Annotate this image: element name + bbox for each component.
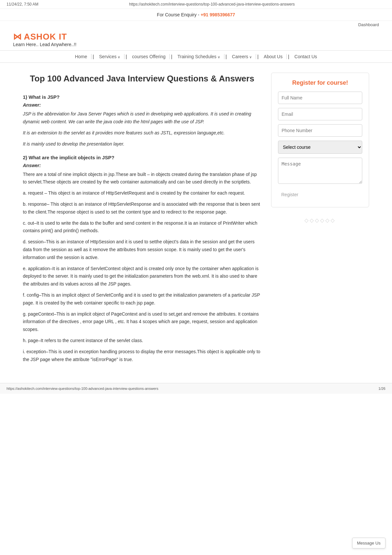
- register-card: Register for course! Select course Regis…: [271, 73, 369, 207]
- phone-input[interactable]: [278, 124, 362, 137]
- register-button[interactable]: Register: [278, 189, 362, 200]
- message-textarea[interactable]: [278, 158, 362, 184]
- enquiry-bar: For Course Enquiry - +91 9985396677: [0, 9, 392, 21]
- nav-services[interactable]: Services: [95, 54, 124, 59]
- question-1-text: 1) What is JSP?: [23, 94, 261, 100]
- footer-page: 1/26: [379, 387, 385, 390]
- enquiry-phone[interactable]: +91 9985396677: [201, 12, 235, 17]
- question-block-1: 1) What is JSP? Answer: JSP is the abbre…: [23, 94, 261, 148]
- answer-2-para-8: g. pageContext–This is an implicit objec…: [23, 310, 261, 334]
- course-select[interactable]: Select course: [278, 141, 362, 154]
- logo-icon: ⋈: [13, 32, 22, 42]
- nav-about[interactable]: About Us: [260, 54, 287, 59]
- footer-url: https://ashokitech.com/interview-questio…: [7, 387, 158, 390]
- answer-1-label: Answer:: [23, 102, 261, 108]
- register-title: Register for course!: [278, 79, 362, 86]
- nav-courses[interactable]: courses Offering: [128, 54, 170, 59]
- nav-home[interactable]: Home: [71, 54, 91, 59]
- full-name-input[interactable]: [278, 92, 362, 104]
- answer-2-para-4: c. out–It is used to write the data to t…: [23, 219, 261, 235]
- page-title: Top 100 Advanced Java Interview Question…: [23, 73, 261, 84]
- url-display: https://ashokitech.com/interview-questio…: [129, 2, 295, 7]
- logo-title: ⋈ ASHOK IT: [13, 32, 76, 42]
- site-header: ⋈ ASHOK IT Learn Here.. Lead Anywhere..!…: [0, 28, 392, 50]
- logo-text: ASHOK IT: [24, 32, 67, 42]
- footer-bar: https://ashokitech.com/interview-questio…: [0, 383, 392, 394]
- nav-training[interactable]: Training Schedules: [173, 54, 224, 59]
- sidebar-dots: ◇◇◇◇◇◇: [271, 217, 369, 223]
- answer-2-para-6: e. application–It is an instance of Serv…: [23, 265, 261, 288]
- question-2-text: 2) What are the implicit objects in JSP?: [23, 155, 261, 160]
- logo-subtitle: Learn Here.. Lead Anywhere..!!: [13, 42, 76, 47]
- timestamp: 11/24/22, 7:50 AM: [7, 2, 38, 7]
- nav-contact[interactable]: Contact Us: [290, 54, 321, 59]
- content-area: Top 100 Advanced Java Interview Question…: [23, 73, 261, 370]
- dashboard-link[interactable]: Dashboard: [358, 22, 379, 27]
- question-block-2: 2) What are the implicit objects in JSP?…: [23, 155, 261, 364]
- answer-1-para-3: It is mainly used to develop the present…: [23, 140, 261, 148]
- dashboard-bar: Dashboard: [0, 21, 392, 28]
- answer-1-para-1: JSP is the abbreviation for Java Server …: [23, 110, 261, 126]
- sidebar: Register for course! Select course Regis…: [271, 73, 369, 370]
- enquiry-label: For Course Enquiry -: [157, 12, 199, 17]
- logo-area: ⋈ ASHOK IT Learn Here.. Lead Anywhere..!…: [13, 32, 76, 47]
- email-input[interactable]: [278, 108, 362, 120]
- answer-2-para-5: d. session–This is an instance of HttpSe…: [23, 238, 261, 261]
- answer-2-para-9: h. page–It refers to the current instanc…: [23, 337, 261, 345]
- answer-2-para-10: i. exception–This is used in exception h…: [23, 348, 261, 364]
- main-wrapper: Top 100 Advanced Java Interview Question…: [16, 73, 376, 370]
- answer-2-para-7: f. config–This is an implicit object of …: [23, 291, 261, 307]
- top-bar: 11/24/22, 7:50 AM https://ashokitech.com…: [0, 0, 392, 9]
- answer-2-label: Answer:: [23, 163, 261, 168]
- answer-2-para-3: b. response– This object is an instance …: [23, 200, 261, 216]
- nav-careers[interactable]: Careers: [228, 54, 256, 59]
- answer-2-para-1: There are a total of nine implicit objec…: [23, 171, 261, 186]
- answer-2-para-2: a. request – This object is an instance …: [23, 189, 261, 197]
- answer-1-para-2: It is an extension to the servlet as it …: [23, 129, 261, 137]
- main-nav: Home | Services | courses Offering | Tra…: [0, 50, 392, 63]
